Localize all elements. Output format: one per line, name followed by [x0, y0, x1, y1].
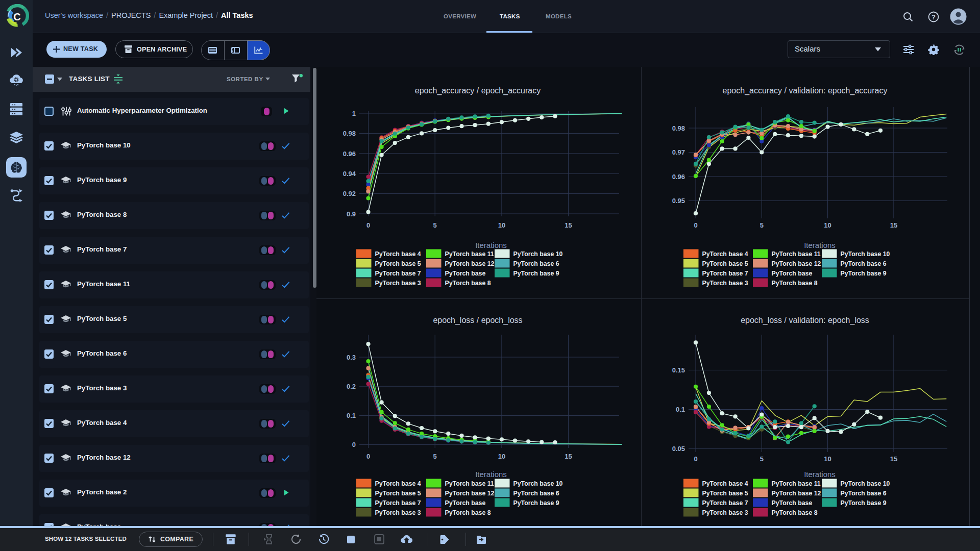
svg-text:0.97: 0.97: [672, 148, 685, 156]
svg-text:PyTorch base: PyTorch base: [445, 270, 486, 277]
svg-text:0.96: 0.96: [343, 150, 356, 158]
svg-text:PyTorch base 7: PyTorch base 7: [702, 270, 748, 277]
svg-text:0: 0: [352, 441, 356, 448]
svg-text:0.98: 0.98: [343, 130, 356, 137]
svg-text:PyTorch base 10: PyTorch base 10: [513, 480, 563, 487]
svg-text:PyTorch base 11: PyTorch base 11: [772, 251, 821, 258]
svg-text:epoch_loss / validation: epoch: epoch_loss / validation: epoch_loss: [741, 316, 869, 325]
svg-text:0.96: 0.96: [672, 173, 685, 181]
svg-text:0.3: 0.3: [347, 354, 356, 361]
svg-text:10: 10: [498, 221, 505, 229]
svg-text:0.1: 0.1: [676, 406, 685, 413]
svg-text:PyTorch base 3: PyTorch base 3: [375, 509, 421, 516]
svg-text:15: 15: [890, 221, 897, 229]
svg-text:PyTorch base 4: PyTorch base 4: [375, 251, 421, 258]
svg-text:0.1: 0.1: [347, 412, 356, 419]
svg-text:0: 0: [366, 221, 370, 229]
svg-text:PyTorch base 10: PyTorch base 10: [841, 251, 890, 258]
svg-text:PyTorch base 4: PyTorch base 4: [702, 251, 748, 258]
svg-text:0: 0: [694, 455, 697, 463]
svg-text:PyTorch base 8: PyTorch base 8: [445, 280, 491, 287]
svg-text:5: 5: [433, 453, 437, 460]
svg-text:PyTorch base 5: PyTorch base 5: [702, 260, 748, 267]
svg-text:1: 1: [352, 110, 356, 117]
svg-text:PyTorch base 7: PyTorch base 7: [702, 499, 748, 507]
svg-text:5: 5: [433, 221, 437, 229]
svg-text:Iterations: Iterations: [804, 241, 836, 249]
svg-text:PyTorch base 12: PyTorch base 12: [445, 260, 495, 267]
svg-text:PyTorch base 12: PyTorch base 12: [445, 490, 495, 497]
svg-text:PyTorch base 6: PyTorch base 6: [513, 490, 559, 497]
svg-text:PyTorch base 7: PyTorch base 7: [375, 499, 421, 507]
svg-text:PyTorch base 10: PyTorch base 10: [841, 480, 890, 487]
svg-text:PyTorch base 8: PyTorch base 8: [772, 509, 818, 516]
svg-text:0.2: 0.2: [347, 383, 356, 390]
svg-text:PyTorch base 7: PyTorch base 7: [375, 270, 421, 277]
svg-text:PyTorch base 4: PyTorch base 4: [375, 480, 421, 487]
svg-text:15: 15: [890, 455, 897, 463]
svg-text:PyTorch base 12: PyTorch base 12: [772, 490, 821, 497]
svg-text:PyTorch base 6: PyTorch base 6: [841, 490, 887, 497]
svg-text:0: 0: [694, 221, 697, 229]
svg-text:PyTorch base 9: PyTorch base 9: [841, 499, 887, 507]
svg-text:0: 0: [366, 453, 370, 460]
svg-text:10: 10: [498, 453, 505, 460]
svg-text:PyTorch base 9: PyTorch base 9: [513, 499, 559, 507]
svg-text:PyTorch base 9: PyTorch base 9: [513, 270, 559, 277]
svg-text:PyTorch base 3: PyTorch base 3: [702, 509, 748, 516]
svg-text:PyTorch base 11: PyTorch base 11: [445, 251, 494, 258]
svg-text:PyTorch base: PyTorch base: [772, 499, 813, 507]
svg-text:PyTorch base 6: PyTorch base 6: [513, 260, 559, 267]
svg-text:PyTorch base 5: PyTorch base 5: [375, 260, 421, 267]
svg-text:PyTorch base 8: PyTorch base 8: [772, 280, 818, 287]
svg-text:5: 5: [760, 455, 764, 463]
svg-text:PyTorch base: PyTorch base: [772, 270, 813, 277]
svg-text:15: 15: [565, 453, 572, 460]
svg-text:0.98: 0.98: [672, 124, 685, 132]
svg-text:PyTorch base 9: PyTorch base 9: [841, 270, 887, 277]
svg-text:PyTorch base 6: PyTorch base 6: [841, 260, 887, 267]
svg-text:0.92: 0.92: [343, 190, 356, 197]
svg-text:epoch_loss / epoch_loss: epoch_loss / epoch_loss: [433, 316, 522, 325]
svg-text:PyTorch base 5: PyTorch base 5: [702, 490, 748, 497]
svg-text:0.94: 0.94: [343, 170, 356, 178]
svg-text:PyTorch base 11: PyTorch base 11: [445, 480, 494, 487]
svg-text:0.9: 0.9: [347, 210, 356, 218]
svg-text:PyTorch base: PyTorch base: [445, 499, 486, 507]
svg-text:0.95: 0.95: [672, 197, 685, 205]
svg-text:?: ?: [932, 13, 936, 21]
svg-text:0.05: 0.05: [672, 445, 685, 453]
svg-text:PyTorch base 11: PyTorch base 11: [772, 480, 821, 487]
svg-text:15: 15: [565, 221, 572, 229]
svg-text:0.15: 0.15: [672, 366, 685, 374]
svg-text:epoch_accuracy / epoch_accurac: epoch_accuracy / epoch_accuracy: [415, 86, 541, 95]
svg-text:PyTorch base 3: PyTorch base 3: [375, 280, 421, 287]
svg-text:epoch_accuracy / validation: e: epoch_accuracy / validation: epoch_accur…: [723, 86, 888, 95]
svg-text:Iterations: Iterations: [475, 241, 507, 249]
svg-text:PyTorch base 8: PyTorch base 8: [445, 509, 491, 516]
svg-text:Iterations: Iterations: [475, 470, 507, 479]
svg-text:PyTorch base 12: PyTorch base 12: [772, 260, 821, 267]
svg-text:PyTorch base 10: PyTorch base 10: [513, 251, 563, 258]
svg-text:10: 10: [824, 221, 831, 229]
svg-text:PyTorch base 5: PyTorch base 5: [375, 490, 421, 497]
svg-text:PyTorch base 4: PyTorch base 4: [702, 480, 748, 487]
svg-text:Iterations: Iterations: [804, 470, 836, 479]
svg-text:C: C: [13, 11, 20, 22]
svg-text:PyTorch base 3: PyTorch base 3: [702, 280, 748, 287]
svg-text:10: 10: [824, 455, 831, 463]
svg-text:5: 5: [760, 221, 764, 229]
